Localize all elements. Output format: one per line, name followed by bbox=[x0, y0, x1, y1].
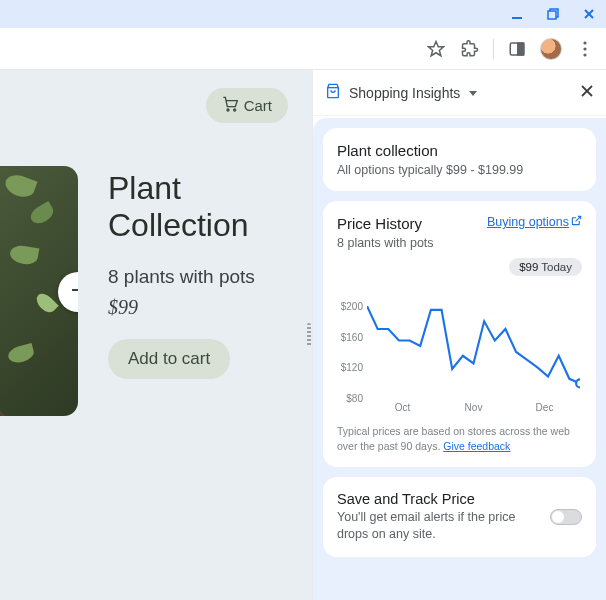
product-image[interactable] bbox=[0, 166, 78, 416]
svg-marker-16 bbox=[469, 91, 477, 96]
svg-point-11 bbox=[583, 53, 586, 56]
svg-rect-2 bbox=[548, 11, 556, 19]
add-to-cart-button[interactable]: Add to cart bbox=[108, 339, 230, 379]
product-price: $99 bbox=[108, 296, 255, 319]
kebab-menu-icon[interactable] bbox=[574, 38, 596, 60]
resize-handle[interactable] bbox=[306, 70, 312, 600]
summary-subtitle: All options typically $99 - $199.99 bbox=[337, 163, 582, 177]
summary-card: Plant collection All options typically $… bbox=[323, 128, 596, 191]
svg-rect-8 bbox=[518, 43, 524, 55]
svg-point-12 bbox=[227, 109, 229, 111]
side-panel-toggle-icon[interactable] bbox=[506, 38, 528, 60]
bookmark-star-icon[interactable] bbox=[425, 38, 447, 60]
arrow-right-icon bbox=[69, 281, 78, 304]
svg-point-10 bbox=[583, 47, 586, 50]
cart-icon bbox=[222, 96, 238, 115]
shopping-bag-icon bbox=[325, 83, 341, 103]
svg-point-13 bbox=[233, 109, 235, 111]
price-history-card: Price History 8 plants with pots Buying … bbox=[323, 201, 596, 467]
svg-point-9 bbox=[583, 41, 586, 44]
toolbar-divider bbox=[493, 39, 494, 59]
cart-button[interactable]: Cart bbox=[206, 88, 288, 123]
svg-point-19 bbox=[576, 379, 580, 387]
track-price-card: Save and Track Price You'll get email al… bbox=[323, 477, 596, 557]
panel-title: Shopping Insights bbox=[349, 85, 460, 101]
give-feedback-link[interactable]: Give feedback bbox=[443, 440, 510, 452]
svg-marker-5 bbox=[429, 41, 444, 55]
today-price-badge: $99 Today bbox=[509, 258, 582, 276]
product-pane: Cart Plant Collection 8 plants with pots… bbox=[0, 70, 306, 600]
restore-button[interactable] bbox=[544, 5, 562, 23]
external-link-icon bbox=[571, 215, 582, 229]
price-disclaimer: Typical prices are based on stores acros… bbox=[337, 424, 582, 453]
summary-title: Plant collection bbox=[337, 142, 582, 159]
panel-close-button[interactable] bbox=[580, 82, 594, 103]
close-window-button[interactable] bbox=[580, 5, 598, 23]
extensions-puzzle-icon[interactable] bbox=[459, 38, 481, 60]
price-history-chart: $200$160$120$80 OctNovDec bbox=[337, 306, 582, 416]
product-subtitle: 8 plants with pots bbox=[108, 266, 255, 288]
buying-options-link[interactable]: Buying options bbox=[487, 215, 582, 229]
browser-toolbar bbox=[0, 28, 606, 70]
price-history-subtitle: 8 plants with pots bbox=[337, 236, 434, 250]
panel-dropdown-icon[interactable] bbox=[468, 84, 478, 102]
side-panel: Shopping Insights Plant collection All o… bbox=[312, 70, 606, 600]
track-price-toggle[interactable] bbox=[550, 509, 582, 525]
minimize-button[interactable] bbox=[508, 5, 526, 23]
product-title: Plant Collection bbox=[108, 170, 255, 244]
window-titlebar bbox=[0, 0, 606, 28]
track-title: Save and Track Price bbox=[337, 491, 540, 507]
price-history-title: Price History bbox=[337, 215, 434, 232]
cart-label: Cart bbox=[244, 97, 272, 114]
profile-avatar[interactable] bbox=[540, 38, 562, 60]
panel-header: Shopping Insights bbox=[313, 70, 606, 116]
track-subtitle: You'll get email alerts if the price dro… bbox=[337, 509, 540, 543]
